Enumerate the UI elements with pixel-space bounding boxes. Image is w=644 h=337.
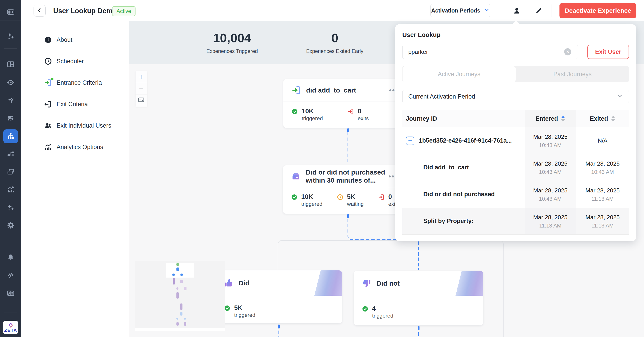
sort-icon-entered[interactable] — [561, 116, 565, 122]
tab-past-journeys[interactable]: Past Journeys — [516, 66, 629, 82]
user-lookup-icon[interactable] — [510, 5, 523, 16]
user-search-input[interactable] — [402, 45, 578, 59]
connector-handle[interactable] — [347, 214, 349, 218]
exited-date: Mar 28, 2025 — [586, 160, 620, 167]
entered-date: Mar 28, 2025 — [533, 187, 567, 194]
node-title: did add_to_cart — [306, 86, 356, 94]
stat-label: triggered — [234, 312, 255, 318]
node-stat-triggered: 4triggered — [362, 305, 393, 319]
node-title: Did — [238, 279, 249, 287]
page-title: User Lookup Demo — [53, 7, 117, 15]
sort-icon-exited[interactable] — [611, 116, 615, 122]
node-entrance-did-add-to-cart[interactable]: did add_to_cart•••10Ktriggered0exits — [283, 79, 404, 128]
journey-id: 1b5ed352-e426-416f-91c4-761a... — [419, 137, 512, 144]
sidebar-item-speed[interactable] — [0, 268, 21, 283]
node-stat-triggered: 5Ktriggered — [224, 304, 255, 318]
journey-id-cell: 1b5ed352-e426-416f-91c4-761a... — [402, 127, 524, 154]
node-header: Did or did not purchased within 30 minut… — [283, 165, 404, 187]
chevron-down-icon — [617, 93, 623, 101]
tab-active-journeys[interactable]: Active Journeys — [402, 66, 516, 82]
analytics-dark-icon — [44, 143, 52, 151]
nav-item-label: Exit Individual Users — [56, 122, 111, 129]
sidebar-item-analytics[interactable] — [0, 183, 21, 197]
nav-item-exit-criteria[interactable]: Exit Criteria — [21, 96, 129, 112]
table-row-journey[interactable]: 1b5ed352-e426-416f-91c4-761a...Mar 28, 2… — [402, 127, 629, 154]
connector-handle[interactable] — [278, 325, 280, 329]
nav-item-analytics-options[interactable]: Analytics Options — [21, 139, 129, 155]
node-branch-did[interactable]: Did5Ktriggered — [216, 270, 342, 323]
activation-periods-dropdown[interactable]: Activation Periods — [430, 4, 490, 17]
column-entered[interactable]: Entered — [524, 110, 576, 127]
sidebar-item-cards[interactable] — [0, 165, 21, 179]
minimap-node-block — [176, 292, 179, 299]
sidebar-item-gear[interactable] — [0, 218, 21, 232]
zeta-diamond-icon — [8, 322, 14, 328]
journeys-tabs: Active JourneysPast Journeys — [402, 66, 629, 82]
sidebar-item-bell[interactable] — [0, 250, 21, 265]
node-stats: 4triggered — [354, 296, 483, 325]
sidebar-item-panel-collapse[interactable] — [0, 5, 21, 19]
paper-plane-icon — [7, 96, 15, 104]
nav-item-label: Analytics Options — [56, 144, 103, 151]
thumb-up-icon — [224, 278, 234, 288]
step-name-cell: Split by Property: — [402, 208, 524, 234]
nav-item-entrance-criteria[interactable]: Entrance Criteria — [21, 75, 129, 90]
sidebar-item-sparkles[interactable] — [0, 29, 21, 43]
sidebar-divider — [4, 243, 17, 243]
column-exited[interactable]: Exited — [576, 110, 629, 127]
top-header: User Lookup Demo Active Activation Perio… — [21, 0, 644, 21]
back-button[interactable] — [34, 5, 46, 16]
zeta-logo[interactable]: ZETA — [3, 321, 18, 334]
exit-user-button[interactable]: Exit User — [588, 45, 629, 59]
table-row-step[interactable]: Did or did not purchasedMar 28, 202510:4… — [402, 181, 629, 208]
zoom-out-button[interactable]: − — [136, 83, 147, 95]
zoom-in-button[interactable]: + — [136, 71, 147, 83]
stat-experiences-triggered: 10,004Experiences Triggered — [176, 31, 288, 54]
check-icon — [291, 108, 298, 116]
sidebar-item-audience[interactable] — [0, 111, 21, 125]
table-row-step[interactable]: Did add_to_cartMar 28, 202510:43 AMMar 2… — [402, 154, 629, 181]
sidebar-item-book[interactable] — [0, 286, 21, 301]
stat-value: 5K — [347, 193, 364, 200]
entered-time: 10:43 AM — [539, 169, 562, 175]
nav-item-about[interactable]: About — [21, 32, 129, 48]
sidebar-item-journey-active[interactable] — [3, 129, 18, 143]
sidebar-item-layout[interactable] — [0, 57, 21, 71]
collapse-row-icon[interactable] — [406, 137, 414, 145]
sidebar-item-target[interactable] — [0, 75, 21, 90]
fit-view-button[interactable] — [136, 95, 147, 107]
entered-cell: Mar 28, 202511:13 AM — [524, 208, 576, 234]
entered-date: Mar 28, 2025 — [533, 214, 567, 221]
branch-ribbon-decoration — [306, 270, 342, 296]
journeys-table: Journey ID Entered Exited 1b5ed352-e426-… — [402, 110, 629, 235]
sidebar-item-sparkles[interactable] — [0, 200, 21, 215]
sidebar-item-split-flow[interactable] — [0, 147, 21, 161]
nav-item-exit-individual-users[interactable]: Exit Individual Users — [21, 118, 129, 133]
sidebar-item-paper-plane[interactable] — [0, 93, 21, 107]
connector-handle[interactable] — [347, 128, 349, 132]
step-name: Split by Property: — [423, 218, 474, 225]
stat-value: 4 — [372, 305, 393, 312]
nav-item-scheduler[interactable]: Scheduler — [21, 53, 129, 69]
sidebar-divider — [0, 20, 21, 21]
minimap-node-block — [184, 322, 186, 326]
minimap-node-block — [180, 280, 183, 283]
table-row-step[interactable]: Split by Property:Mar 28, 202511:13 AMMa… — [402, 208, 629, 235]
minimap-strip — [135, 328, 225, 331]
connector-handle[interactable] — [418, 326, 420, 330]
split-flow-icon — [7, 150, 15, 158]
deactivate-experience-button[interactable]: Deactivate Experience — [560, 3, 636, 18]
chevron-down-icon — [484, 7, 490, 14]
clear-search-icon[interactable]: ✕ — [564, 48, 571, 55]
activation-period-select[interactable]: Current Activation Period — [402, 90, 629, 103]
edit-pencil-icon[interactable] — [532, 5, 545, 16]
node-header: Did not — [354, 271, 483, 296]
check-icon — [362, 306, 368, 313]
node-stats: 10Ktriggered0exits — [283, 101, 404, 128]
node-branch-did-not[interactable]: Did not4triggered — [354, 271, 483, 325]
sidebar-divider — [4, 48, 17, 49]
node-condition-purchase-window[interactable]: Did or did not purchased within 30 minut… — [283, 165, 404, 214]
minimap-viewport[interactable] — [166, 263, 194, 278]
minimap[interactable] — [135, 261, 225, 331]
cards-icon — [7, 168, 15, 176]
